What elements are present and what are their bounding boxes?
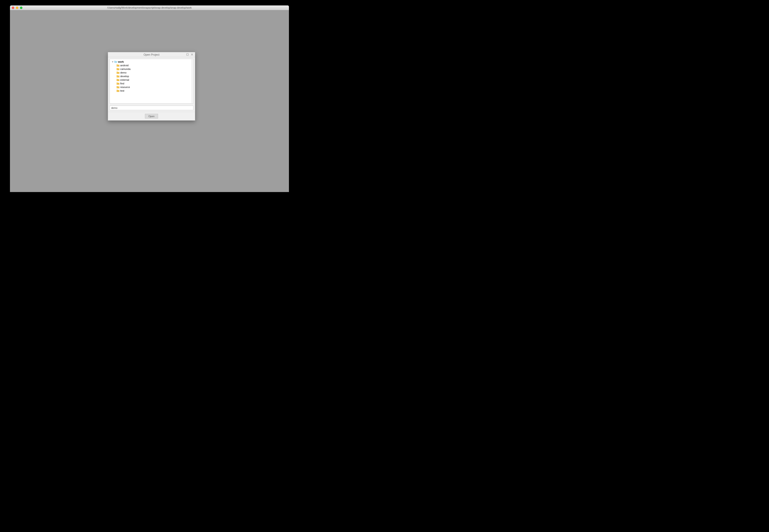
- traffic-lights: [12, 7, 22, 9]
- open-project-dialog: Open Project: [108, 52, 195, 121]
- window-minimize-button[interactable]: [16, 7, 18, 9]
- tree-item-label: find: [120, 82, 124, 85]
- folder-open-icon: [114, 61, 117, 63]
- tree-item[interactable]: develop: [111, 74, 192, 78]
- folder-icon: [117, 90, 119, 92]
- tree-item-label: demo: [120, 71, 126, 74]
- tree-item-label: external: [120, 78, 129, 81]
- folder-icon: [117, 75, 119, 77]
- project-name-input[interactable]: [110, 106, 194, 110]
- folder-icon: [117, 82, 119, 85]
- tree-item-label: resource: [120, 86, 130, 88]
- folder-icon: [117, 79, 119, 81]
- folder-icon: [117, 71, 119, 74]
- tree-scrollbar[interactable]: [191, 59, 193, 103]
- tree-item[interactable]: resource: [111, 85, 192, 89]
- dialog-header[interactable]: Open Project: [108, 52, 195, 57]
- tree-item-label: test: [120, 89, 124, 92]
- folder-icon: [117, 86, 119, 88]
- tree-item-label: camunda: [120, 68, 130, 70]
- dialog-window-controls: [186, 53, 194, 56]
- dialog-footer: Open: [108, 112, 195, 120]
- collapse-icon[interactable]: [112, 61, 113, 63]
- tree-item-label: work: [118, 60, 124, 63]
- folder-icon: [117, 64, 119, 67]
- tree-item[interactable]: external: [111, 78, 192, 82]
- window-titlebar[interactable]: /Users/niallg/Work/development/snapscrip…: [10, 5, 289, 10]
- tree-root-item[interactable]: work: [111, 60, 192, 64]
- svg-rect-0: [186, 54, 188, 55]
- svg-marker-3: [112, 61, 113, 62]
- window-zoom-button[interactable]: [20, 7, 22, 9]
- maximize-icon[interactable]: [186, 53, 189, 56]
- tree-item[interactable]: camunda: [111, 67, 192, 71]
- tree-item[interactable]: find: [111, 82, 192, 85]
- tree-item[interactable]: android: [111, 64, 192, 67]
- workspace-area: Open Project: [10, 10, 289, 192]
- tree-item[interactable]: test: [111, 89, 192, 93]
- tree-item-label: develop: [120, 75, 129, 78]
- folder-icon: [117, 68, 119, 70]
- tree-item[interactable]: demo: [111, 71, 192, 74]
- dialog-title: Open Project: [143, 53, 159, 56]
- dialog-body: work android camunda: [108, 57, 195, 112]
- open-button[interactable]: Open: [145, 114, 158, 119]
- window-title: /Users/niallg/Work/development/snapscrip…: [10, 6, 289, 9]
- app-window: /Users/niallg/Work/development/snapscrip…: [10, 5, 289, 192]
- folder-tree[interactable]: work android camunda: [110, 59, 194, 104]
- tree-item-label: android: [120, 64, 129, 67]
- close-icon[interactable]: [190, 53, 194, 56]
- window-close-button[interactable]: [12, 7, 14, 9]
